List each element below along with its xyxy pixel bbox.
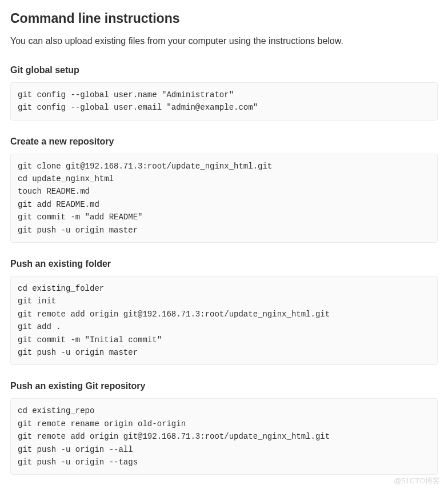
page-description: You can also upload existing files from … [10, 34, 438, 48]
section-heading-git-global-setup: Git global setup [10, 65, 438, 75]
code-block-push-folder[interactable]: cd existing_folder git init git remote a… [10, 276, 438, 365]
section-heading-push-repo: Push an existing Git repository [10, 381, 438, 391]
page-title: Command line instructions [10, 10, 438, 27]
section-heading-push-folder: Push an existing folder [10, 259, 438, 269]
code-block-push-repo[interactable]: cd existing_repo git remote rename origi… [10, 398, 438, 475]
section-heading-create-repo: Create a new repository [10, 137, 438, 147]
code-block-git-global-setup[interactable]: git config --global user.name "Administr… [10, 82, 438, 121]
code-block-create-repo[interactable]: git clone git@192.168.71.3:root/update_n… [10, 154, 438, 243]
watermark: @51CTO博客 [394, 476, 440, 486]
